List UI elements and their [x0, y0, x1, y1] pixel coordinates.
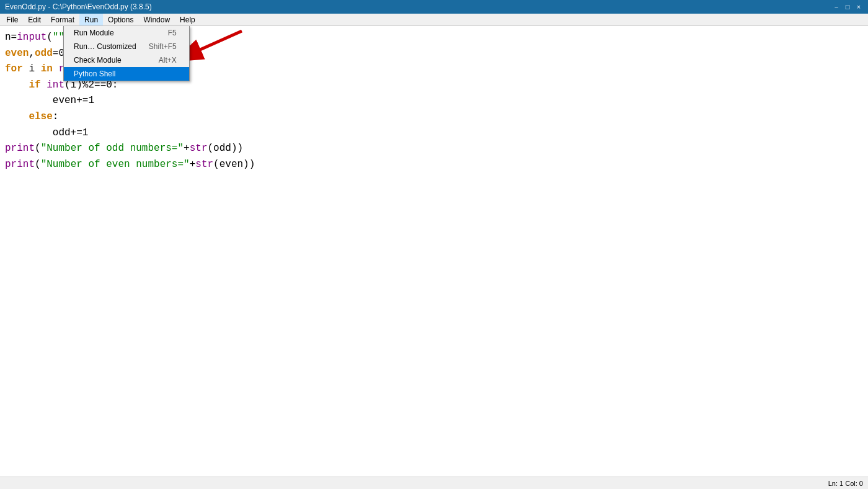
code-line-6: else: [5, 109, 863, 125]
statusbar: Ln: 1 Col: 0 [0, 477, 868, 489]
menu-check-module[interactable]: Check Module Alt+X [64, 53, 189, 67]
menu-python-shell[interactable]: Python Shell [64, 67, 189, 81]
titlebar-controls: − □ × [832, 2, 863, 11]
run-dropdown: Run Module F5 Run… Customized Shift+F5 C… [63, 26, 190, 81]
code-editor[interactable]: n=input("") even,odd=0,0 for i in range(… [0, 26, 868, 477]
menu-window[interactable]: Window [138, 14, 175, 25]
menu-edit[interactable]: Edit [23, 14, 46, 25]
check-module-label: Check Module [74, 56, 122, 65]
menu-options[interactable]: Options [103, 14, 138, 25]
titlebar: EvenOdd.py - C:\Python\EvenOdd.py (3.8.5… [0, 0, 868, 14]
menu-help[interactable]: Help [175, 14, 200, 25]
code-line-7: odd+=1 [5, 125, 863, 141]
menu-format[interactable]: Format [46, 14, 79, 25]
run-module-label: Run Module [74, 29, 114, 37]
run-customized-label: Run… Customized [74, 42, 136, 51]
menu-file[interactable]: File [1, 14, 23, 25]
menubar: File Edit Format Run Options Window Help… [0, 14, 868, 26]
statusbar-text: Ln: 1 Col: 0 [828, 480, 863, 487]
check-module-shortcut: Alt+X [159, 56, 177, 65]
python-shell-label: Python Shell [74, 70, 115, 78]
code-line-5: even+=1 [5, 93, 863, 109]
minimize-button[interactable]: − [832, 2, 841, 11]
menu-run[interactable]: Run [79, 14, 103, 25]
maximize-button[interactable]: □ [843, 2, 852, 11]
run-module-shortcut: F5 [168, 29, 177, 37]
close-button[interactable]: × [854, 2, 863, 11]
run-customized-shortcut: Shift+F5 [149, 42, 177, 51]
menu-run-module[interactable]: Run Module F5 [64, 26, 189, 40]
titlebar-title: EvenOdd.py - C:\Python\EvenOdd.py (3.8.5… [5, 2, 152, 11]
code-line-9: print("Number of even numbers="+str(even… [5, 157, 863, 173]
menu-run-customized[interactable]: Run… Customized Shift+F5 [64, 40, 189, 53]
code-line-8: print("Number of odd numbers="+str(odd)) [5, 141, 863, 157]
